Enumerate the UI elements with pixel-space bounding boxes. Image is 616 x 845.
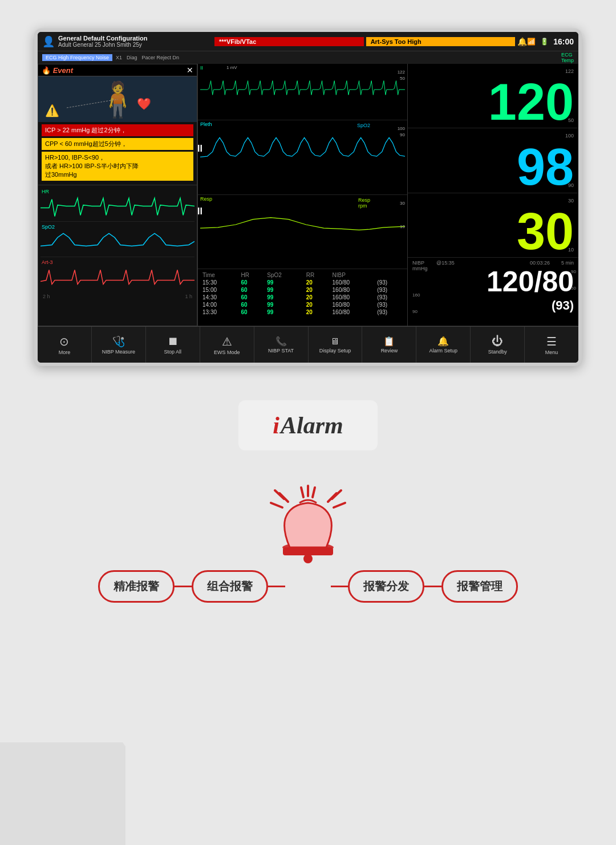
cell-map: (93) (375, 279, 405, 286)
arrow-connector-4 (424, 586, 441, 587)
svg-point-12 (303, 554, 313, 563)
ecg-scale-bottom: 50 (568, 117, 574, 123)
vitals-table: Time HR SpO2 RR NIBP 15:30 60 99 20 (198, 269, 407, 326)
toolbar-review-button[interactable]: 📋 Review (362, 327, 416, 363)
art-wave-svg (40, 263, 194, 291)
resp-scale-30: 30 (400, 201, 405, 206)
cell-hr: 60 (238, 294, 265, 301)
svg-line-3 (275, 490, 284, 499)
ialarm-logo-text: Alarm (281, 412, 343, 439)
ecg-wave-section: II 1 mV 122 50 (198, 64, 407, 120)
ialarm-logo-section: i Alarm (0, 400, 616, 450)
event-title: 🔥 Event (42, 66, 73, 75)
svg-line-9 (313, 488, 315, 497)
toolbar-nibp-measure-button[interactable]: 🩺 NIBP Measure (92, 327, 146, 363)
cell-nibp: 160/80 (330, 294, 375, 301)
toolbar-menu-button[interactable]: ☰ Menu (525, 327, 578, 363)
table-row: 14:30 60 99 20 160/80 (93) (200, 294, 405, 301)
toolbar-display-setup-button[interactable]: 🖥 Display Setup (309, 327, 363, 363)
cell-time: 15:00 (200, 286, 238, 294)
toolbar-standby-button[interactable]: ⏻ Standby (471, 327, 525, 363)
event-title-bar: 🔥 Event ✕ (38, 64, 197, 76)
pleth-wave-label: Pleth (200, 121, 212, 127)
event-panel: 🔥 Event ✕ 🧍 ⚠️ ❤️ ICP > 22 mmHg 超过2分钟， C… (38, 64, 197, 326)
display-setup-label: Display Setup (319, 348, 351, 354)
header-right: 📶 🔋 16:00 (527, 37, 574, 46)
sub-alert-labels: X1 Diag Pacer Reject Dn (116, 55, 179, 60)
event-alert-hr: HR>100, IBP-S<90， 或者 HR>100 IBP-S半小时内下降 … (42, 152, 193, 181)
toolbar-nibp-stat-button[interactable]: 📞 NIBP STAT (254, 327, 309, 363)
cell-spo2: 99 (265, 279, 304, 286)
big-numerics: 122 120 50 100 98 90 30 30 10 NIBP mmHg … (407, 64, 578, 326)
toolbar-stop-all-button[interactable]: ⏹ Stop All (146, 327, 200, 363)
resp-scale-top: 30 (568, 198, 574, 204)
cell-nibp: 160/80 (330, 301, 375, 308)
vitals-table-area: Time HR SpO2 RR NIBP 15:30 60 99 20 (198, 269, 407, 326)
toolbar-ews-mode-button[interactable]: ⚠ EWS Mode (200, 327, 254, 363)
toolbar-more-button[interactable]: ⊙ More (38, 327, 92, 363)
cell-time: 14:00 (200, 301, 238, 308)
mini-waveforms: HR SpO2 Art-3 (38, 185, 197, 299)
menu-label: Menu (545, 350, 558, 355)
patient-icon: 👤 (42, 35, 55, 48)
spo2-numeric-section: 100 98 90 (408, 128, 578, 193)
pleth-scale-100: 100 (398, 126, 405, 131)
resp-wave-label: Resp (200, 196, 212, 202)
ecg-scale-high: 122 (398, 70, 405, 75)
stop-all-label: Stop All (164, 349, 182, 355)
table-row: 15:30 60 99 20 160/80 (93) (200, 279, 405, 286)
monitor-header: 👤 General Default Configuration Adult Ge… (38, 32, 578, 51)
toolbar-alarm-setup-button[interactable]: 🔔 Alarm Setup (416, 327, 471, 363)
nibp-stat-label: NIBP STAT (268, 348, 294, 354)
resp-scale-bottom: 10 (568, 247, 574, 253)
col-nibp: NIBP (330, 271, 375, 279)
ecg-big-value: 120 (488, 79, 574, 125)
nibp-reading: 120/80 (487, 265, 574, 298)
cell-rr: 20 (304, 308, 330, 316)
cell-map: (93) (375, 301, 405, 308)
cell-nibp: 160/80 (330, 286, 375, 294)
cell-map: (93) (375, 286, 405, 294)
cell-spo2: 99 (265, 301, 304, 308)
standby-icon: ⏻ (492, 335, 503, 348)
col-spo2: SpO2 (265, 271, 304, 279)
arc-shape (0, 742, 125, 845)
cell-spo2: 99 (265, 308, 304, 316)
nibp-scale-right: 90 50 (571, 269, 578, 291)
bottom-decorative-arc (0, 742, 125, 845)
vfib-alert: ***VFib/VTac (214, 37, 364, 46)
cell-map: (93) (375, 294, 405, 301)
mini-hr-wave: HR (40, 188, 194, 222)
stop-all-icon: ⏹ (167, 335, 179, 348)
nibp-duration-label: 5 min (561, 260, 574, 266)
spo2-right-label: SpO2 (357, 123, 370, 128)
resp-scale-values: 30 10 (400, 201, 405, 229)
event-close-button[interactable]: ✕ (187, 66, 193, 75)
ecg-voltage-label: 1 mV (226, 65, 237, 70)
spo2-wave-svg (40, 228, 194, 256)
menu-icon: ☰ (546, 335, 557, 348)
table-row: 15:00 60 99 20 160/80 (93) (200, 286, 405, 294)
nibp-measure-icon: 🩺 (112, 335, 125, 348)
sub-alert-bar: ECG High Frequency Noise X1 Diag Pacer R… (38, 51, 578, 64)
review-icon: 📋 (383, 336, 395, 347)
spo2-scale-bottom: 90 (568, 182, 574, 188)
nibp-map-value: (93) (552, 298, 574, 313)
alarm-bell-svg (262, 485, 354, 576)
mini-art-wave: Art-3 (40, 258, 194, 292)
ialarm-logo-box: i Alarm (238, 400, 377, 450)
alarm-bell-icon: 🔔 (517, 37, 527, 46)
cell-hr: 60 (238, 279, 265, 286)
art-wave-label: Art-3 (42, 259, 53, 265)
resp-wave-section: Resp Resprpm 30 10 (198, 195, 407, 269)
display-setup-icon: 🖥 (330, 336, 339, 347)
body-overlay-svg (38, 76, 197, 122)
resp-right-label: Resprpm (358, 197, 370, 209)
clock-display: 16:00 (553, 37, 574, 46)
ecg-tempo-label: ECGTemp (561, 52, 574, 63)
table-row: 14:00 60 99 20 160/80 (93) (200, 301, 405, 308)
time-label-2h: 2 h (43, 294, 50, 299)
cell-time: 13:30 (200, 308, 238, 316)
time-label-1h: 1 h (185, 294, 192, 299)
arrow-connector-2 (268, 586, 285, 587)
